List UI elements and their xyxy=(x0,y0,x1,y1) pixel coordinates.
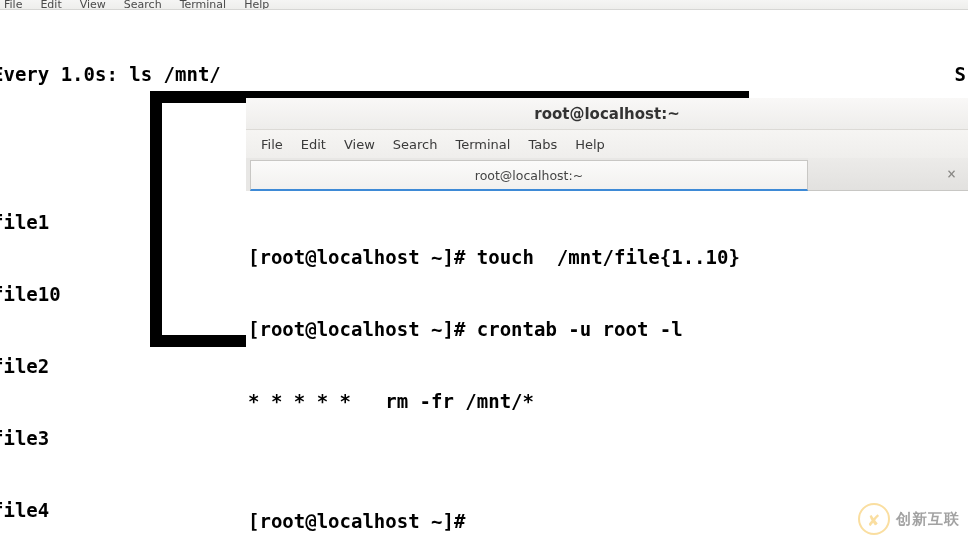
window-titlebar[interactable]: root@localhost:~ xyxy=(246,98,968,130)
watermark-icon: ✘ xyxy=(858,503,890,535)
terminal-line: [root@localhost ~]# touch /mnt/file{1..1… xyxy=(248,245,966,269)
menu-tabs[interactable]: Tabs xyxy=(519,137,566,152)
menu-search[interactable]: Search xyxy=(124,1,162,9)
foreground-terminal-window[interactable]: root@localhost:~ File Edit View Search T… xyxy=(246,98,968,543)
menu-terminal[interactable]: Terminal xyxy=(446,137,519,152)
close-icon[interactable]: × xyxy=(947,167,956,182)
menu-edit[interactable]: Edit xyxy=(40,1,61,9)
tab-spacer: × xyxy=(808,158,968,191)
tab-bar: root@localhost:~ × xyxy=(246,158,968,191)
terminal-line: * * * * * rm -fr /mnt/* xyxy=(248,389,966,413)
menu-view[interactable]: View xyxy=(335,137,384,152)
terminal-tab-active[interactable]: root@localhost:~ xyxy=(250,160,808,191)
menu-search[interactable]: Search xyxy=(384,137,447,152)
menu-file[interactable]: File xyxy=(4,1,22,9)
watch-header-right: S xyxy=(955,62,968,86)
fg-terminal-content[interactable]: [root@localhost ~]# touch /mnt/file{1..1… xyxy=(246,191,968,543)
watch-header: Every 1.0s: ls /mnt/ xyxy=(0,62,221,86)
menu-help[interactable]: Help xyxy=(244,1,269,9)
tab-label: root@localhost:~ xyxy=(475,168,583,183)
watermark-text: 创新互联 xyxy=(896,510,960,529)
window-title: root@localhost:~ xyxy=(534,105,679,123)
menu-view[interactable]: View xyxy=(80,1,106,9)
menu-edit[interactable]: Edit xyxy=(292,137,335,152)
fg-menubar: File Edit View Search Terminal Tabs Help xyxy=(246,130,968,158)
terminal-line: [root@localhost ~]# crontab -u root -l xyxy=(248,317,966,341)
watermark: ✘ 创新互联 xyxy=(858,503,960,535)
menu-help[interactable]: Help xyxy=(566,137,614,152)
bg-menubar: File Edit View Search Terminal Help xyxy=(0,0,968,10)
menu-terminal[interactable]: Terminal xyxy=(180,1,227,9)
menu-file[interactable]: File xyxy=(252,137,292,152)
